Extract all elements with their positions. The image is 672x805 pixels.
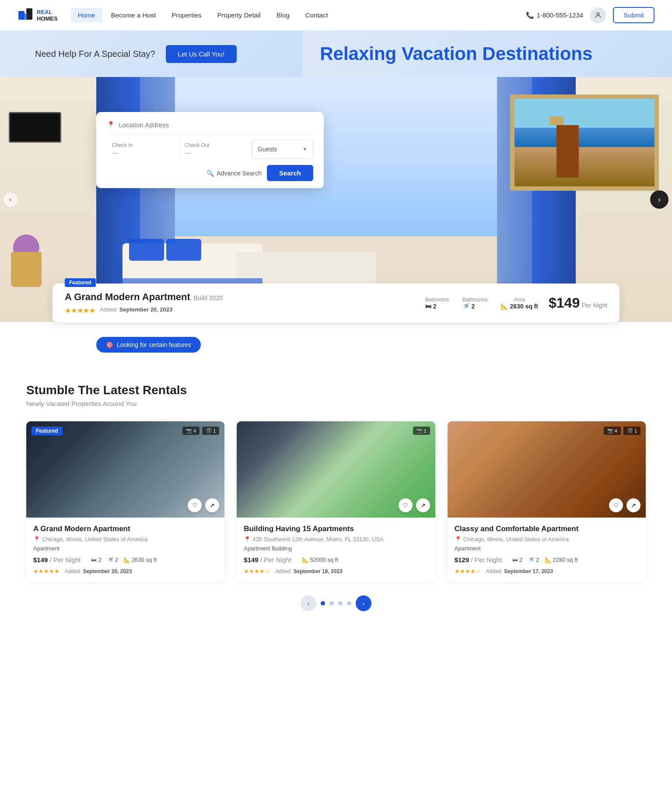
target-icon: 🎯 [106, 341, 113, 348]
price-row-3: $129 / Per Night 🛏 2 🚿 2 📐 [455, 556, 639, 564]
date-1: Added: September 20, 2023 [65, 568, 132, 574]
share-icon-2: ↗ [420, 502, 426, 509]
spec-bathrooms: Bathrooms 🚿 2 [462, 297, 487, 310]
share-button-3[interactable]: ↗ [626, 498, 640, 512]
section-title: Stumble The Latest Rentals [26, 383, 646, 397]
hero-title: Relaxing Vacation Destinations [320, 43, 592, 65]
location-icon-2: 📍 [244, 536, 251, 542]
phone-display: 📞 1-800-555-1234 [526, 11, 584, 19]
location-input[interactable] [119, 121, 313, 129]
search-fields: Check In — Check Out — Guests ▼ [107, 140, 313, 159]
location-icon-3: 📍 [455, 536, 462, 542]
area-spec-3: 📐 2280 sq ft [545, 556, 578, 563]
logo[interactable]: REAL HOMES [18, 7, 58, 23]
property-card-3: 📷 4 🎬 1 ♡ ↗ [448, 421, 646, 581]
property-card-2: 📷 1 ♡ ↗ Building Having 15 Apartments 📍 [237, 421, 435, 581]
location-icon-1: 📍 [33, 536, 40, 542]
property-price-1: $149 / Per Night [33, 556, 80, 564]
hero-prev-arrow[interactable]: ‹ [4, 192, 18, 206]
chevron-down-icon: ▼ [302, 146, 308, 152]
pagination-dot-2[interactable] [329, 601, 334, 606]
search-plus-icon: 🔍 [206, 170, 214, 177]
bed-icon-3: 🛏 [512, 556, 518, 563]
area-spec-2: 📐 52000 sq ft [302, 556, 338, 563]
svg-rect-1 [26, 8, 32, 20]
stars-3: ★★★★☆ [455, 568, 481, 574]
property-image-2: 📷 1 ♡ ↗ [237, 421, 435, 518]
wishlist-button-1[interactable]: ♡ [188, 498, 202, 512]
bath-icon: 🚿 [462, 303, 469, 310]
pagination-prev[interactable]: ‹ [301, 595, 316, 611]
share-button-1[interactable]: ↗ [205, 498, 219, 512]
property-type-1: Apartment [33, 545, 217, 552]
svg-rect-2 [24, 14, 27, 20]
advance-search-button[interactable]: 🔍 Advance Search [206, 170, 262, 177]
wishlist-button-3[interactable]: ♡ [609, 498, 623, 512]
guests-field[interactable]: Guests ▼ [252, 140, 313, 159]
bath-icon-3: 🚿 [528, 556, 535, 563]
property-image-1: Featured 📷 4 🎬 1 ♡ ↗ [26, 421, 224, 518]
property-name-2: Building Having 15 Apartments [244, 525, 428, 533]
logo-text: REAL HOMES [37, 9, 58, 22]
banner-text: Need Help For A Special Stay? [35, 49, 155, 59]
property-specs-3: 🛏 2 🚿 2 📐 2280 sq ft [512, 556, 578, 563]
submit-button[interactable]: Submit [613, 7, 654, 23]
prop-badges-1: 📷 4 🎬 1 [182, 427, 219, 435]
search-button[interactable]: Search [267, 165, 313, 181]
property-location-3: 📍 Chicago, Illinois, United States of Am… [455, 536, 639, 542]
property-card-1: Featured 📷 4 🎬 1 ♡ ↗ [26, 421, 224, 581]
share-button-2[interactable]: ↗ [416, 498, 430, 512]
hero-section: Need Help For A Special Stay? Let Us Cal… [0, 31, 672, 322]
card-stars: ★★★★★ [65, 306, 95, 315]
heart-icon-1: ♡ [192, 502, 198, 509]
card-subtitle: Build 2020 [194, 294, 223, 301]
spec-bedrooms: Bedrooms 🛏 2 [425, 297, 449, 310]
date-3: Added: September 17, 2023 [486, 568, 553, 574]
pagination: ‹ › [26, 581, 646, 625]
map-pin-icon: 📍 [107, 121, 115, 129]
property-name-1: A Grand Modern Apartment [33, 525, 217, 533]
property-body-3: Classy and Comfortable Apartment 📍 Chica… [448, 518, 646, 581]
rentals-section: Stumble The Latest Rentals Newly Vacated… [0, 348, 672, 643]
camera-icon-1: 📷 [186, 428, 192, 434]
checkin-field[interactable]: Check In — [107, 140, 179, 159]
nav-links: Home Become a Host Properties Property D… [71, 8, 526, 22]
card-info: A Grand Modern Apartment Build 2020 ★★★★… [65, 291, 415, 315]
nav-home[interactable]: Home [71, 8, 102, 22]
camera-icon-3: 📷 [607, 428, 613, 434]
search-box: 📍 Check In — Check Out — Guests ▼ [96, 112, 324, 188]
nav-right: 📞 1-800-555-1234 Submit [526, 7, 654, 23]
featured-property-card: Featured A Grand Modern Apartment Build … [52, 284, 620, 322]
pagination-dot-4[interactable] [347, 601, 351, 606]
nav-properties[interactable]: Properties [164, 8, 208, 22]
user-icon[interactable] [590, 7, 606, 23]
hero-next-arrow[interactable]: › [650, 190, 668, 209]
wishlist-button-2[interactable]: ♡ [399, 498, 413, 512]
rating-row-2: ★★★★☆ Added: September 18, 2023 [244, 568, 428, 574]
checkout-field[interactable]: Check Out — [179, 140, 252, 159]
top-banner: Need Help For A Special Stay? Let Us Cal… [0, 31, 302, 77]
nav-contact[interactable]: Contact [298, 8, 335, 22]
pagination-dot-3[interactable] [338, 601, 343, 606]
video-count-3: 🎬 1 [623, 427, 640, 435]
prop-actions-3: ♡ ↗ [609, 498, 640, 512]
property-specs-2: 📐 52000 sq ft [302, 556, 338, 563]
bed-icon-1: 🛏 [91, 556, 97, 563]
area-icon-1: 📐 [123, 556, 130, 563]
nav-become-host[interactable]: Become a Host [104, 8, 163, 22]
card-title: A Grand Modern Apartment [65, 291, 190, 303]
prop-badges-3: 📷 4 🎬 1 [604, 427, 640, 435]
date-2: Added: September 18, 2023 [275, 568, 342, 574]
photo-count-2: 📷 1 [413, 427, 430, 435]
features-button[interactable]: 🎯 Looking for certain features [96, 337, 201, 353]
nav-blog[interactable]: Blog [270, 8, 297, 22]
price-row-1: $149 / Per Night 🛏 2 🚿 2 📐 [33, 556, 217, 564]
pagination-next[interactable]: › [356, 595, 371, 611]
price-row-2: $149 / Per Night 📐 52000 sq ft [244, 556, 428, 564]
card-price: $149 Per Night [549, 295, 607, 311]
pagination-dot-1[interactable] [321, 601, 325, 606]
property-price-3: $129 / Per Night [455, 556, 502, 564]
nav-property-detail[interactable]: Property Detail [210, 8, 268, 22]
share-icon-3: ↗ [631, 502, 636, 509]
call-cta-button[interactable]: Let Us Call You! [166, 45, 237, 63]
